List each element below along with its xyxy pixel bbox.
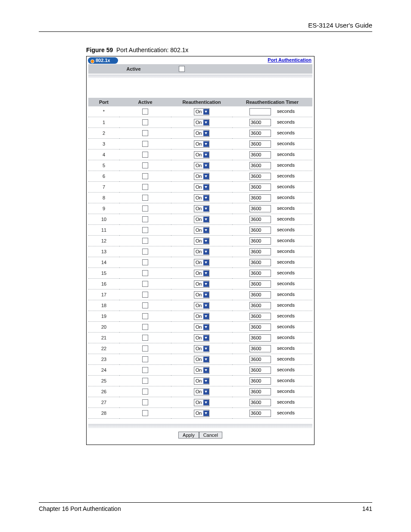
port-active-checkbox[interactable] [142, 302, 148, 308]
timer-input[interactable]: 3600 [249, 291, 271, 299]
reauth-select[interactable]: On [194, 140, 210, 148]
timer-input[interactable]: 3600 [249, 227, 271, 234]
timer-input[interactable]: 3600 [249, 151, 271, 159]
timer-input[interactable]: 3600 [249, 162, 271, 169]
timer-input[interactable]: 3600 [249, 399, 271, 406]
port-active-checkbox[interactable] [142, 335, 148, 341]
port-active-checkbox[interactable] [142, 130, 148, 136]
port-active-checkbox[interactable] [142, 389, 148, 395]
timer-input[interactable]: 3600 [249, 173, 271, 180]
port-active-checkbox[interactable] [142, 345, 148, 352]
port-active-checkbox[interactable] [142, 184, 148, 190]
timer-input[interactable]: 3600 [249, 140, 271, 148]
timer-unit: seconds [277, 184, 295, 189]
timer-input[interactable]: 3600 [249, 356, 271, 363]
reauth-select[interactable]: On [194, 388, 210, 395]
timer-input[interactable]: 3600 [249, 367, 271, 374]
global-active-checkbox[interactable] [179, 66, 185, 72]
port-active-checkbox[interactable] [142, 238, 148, 244]
reauth-select[interactable]: On [194, 151, 210, 159]
timer-input[interactable]: 3600 [249, 377, 271, 385]
timer-input[interactable]: 3600 [249, 334, 271, 342]
port-active-checkbox[interactable] [142, 162, 148, 168]
port-active-checkbox[interactable] [142, 270, 148, 276]
port-active-checkbox[interactable] [142, 249, 148, 255]
reauth-select[interactable]: On [194, 216, 210, 223]
reauth-select[interactable]: On [194, 367, 210, 374]
port-active-checkbox[interactable] [142, 410, 148, 416]
timer-input[interactable]: 3600 [249, 119, 271, 126]
timer-input[interactable]: 3600 [249, 270, 271, 277]
timer-input[interactable]: 3600 [249, 259, 271, 266]
reauth-select[interactable]: On [194, 108, 210, 115]
port-active-checkbox[interactable] [142, 109, 148, 115]
reauth-select[interactable]: On [194, 173, 210, 180]
reauth-select[interactable]: On [194, 270, 210, 277]
tab-8021x[interactable]: 802.1x [88, 57, 118, 64]
timer-input[interactable]: 3600 [249, 280, 271, 288]
reauth-select[interactable]: On [194, 119, 210, 126]
timer-input[interactable]: 3600 [249, 324, 271, 331]
port-active-checkbox[interactable] [142, 141, 148, 147]
port-active-checkbox[interactable] [142, 195, 148, 201]
reauth-select[interactable]: On [194, 248, 210, 255]
reauth-select[interactable]: On [194, 313, 210, 320]
reauth-select[interactable]: On [194, 302, 210, 309]
port-active-checkbox[interactable] [142, 367, 148, 373]
reauth-select[interactable]: On [194, 205, 210, 212]
port-active-checkbox[interactable] [142, 119, 148, 125]
active-cell [119, 311, 171, 322]
port-active-checkbox[interactable] [142, 324, 148, 330]
reauth-select[interactable]: On [194, 194, 210, 202]
timer-input[interactable] [249, 108, 271, 115]
port-cell: 2 [88, 128, 119, 139]
reauth-cell: On [171, 182, 232, 193]
reauth-select[interactable]: On [194, 356, 210, 363]
port-active-checkbox[interactable] [142, 227, 148, 233]
reauth-select[interactable]: On [194, 259, 210, 266]
port-active-checkbox[interactable] [142, 152, 148, 158]
port-active-checkbox[interactable] [142, 281, 148, 287]
timer-input[interactable]: 3600 [249, 313, 271, 320]
reauth-select[interactable]: On [194, 227, 210, 234]
reauth-select[interactable]: On [194, 184, 210, 191]
reauth-select[interactable]: On [194, 345, 210, 352]
port-active-checkbox[interactable] [142, 216, 148, 222]
port-active-checkbox[interactable] [142, 399, 148, 405]
port-active-checkbox[interactable] [142, 259, 148, 265]
reauth-select[interactable]: On [194, 324, 210, 331]
reauth-select[interactable]: On [194, 130, 210, 137]
reauth-select[interactable]: On [194, 410, 210, 417]
port-active-checkbox[interactable] [142, 292, 148, 298]
port-active-checkbox[interactable] [142, 205, 148, 212]
reauth-select[interactable]: On [194, 280, 210, 288]
timer-input[interactable]: 3600 [249, 130, 271, 137]
timer-input[interactable]: 3600 [249, 184, 271, 191]
cancel-button[interactable]: Cancel [199, 432, 222, 439]
reauth-select[interactable]: On [194, 291, 210, 299]
timer-input[interactable]: 3600 [249, 388, 271, 395]
timer-input[interactable]: 3600 [249, 205, 271, 212]
timer-input[interactable]: 3600 [249, 345, 271, 352]
reauth-select[interactable]: On [194, 237, 210, 245]
port-active-checkbox[interactable] [142, 313, 148, 319]
timer-input[interactable]: 3600 [249, 237, 271, 245]
port-active-checkbox[interactable] [142, 356, 148, 362]
reauth-select[interactable]: On [194, 334, 210, 342]
timer-unit: seconds [277, 195, 295, 200]
apply-button[interactable]: Apply [178, 432, 199, 439]
timer-input[interactable]: 3600 [249, 194, 271, 202]
port-cell: 15 [88, 268, 119, 279]
reauth-select[interactable]: On [194, 162, 210, 169]
port-active-checkbox[interactable] [142, 173, 148, 179]
port-authentication-link[interactable]: Port Authentication [268, 57, 311, 62]
port-active-checkbox[interactable] [142, 378, 148, 384]
timer-input[interactable]: 3600 [249, 216, 271, 223]
reauth-select[interactable]: On [194, 399, 210, 406]
timer-input[interactable]: 3600 [249, 248, 271, 255]
active-cell [119, 236, 171, 246]
timer-input[interactable]: 3600 [249, 410, 271, 417]
reauth-select[interactable]: On [194, 377, 210, 385]
table-row: 20On3600seconds [88, 322, 312, 333]
timer-input[interactable]: 3600 [249, 302, 271, 309]
